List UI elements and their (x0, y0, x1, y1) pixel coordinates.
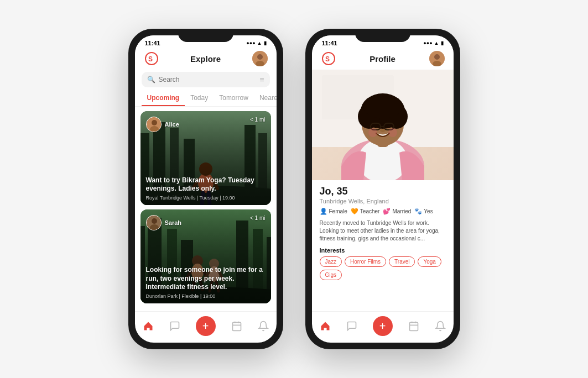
badge-teacher-label: Teacher (360, 208, 380, 214)
nav-calendar-explore[interactable] (231, 321, 242, 332)
profile-badges: 👤 Female 🧡 Teacher 💕 Married 🐾 Yes (320, 208, 446, 215)
interests-list: Jazz Horror Films Travel Yoga Gigs (320, 256, 446, 280)
tab-today[interactable]: Today (185, 91, 214, 106)
badge-married-label: Married (392, 208, 411, 214)
card1-avatar (146, 117, 162, 132)
battery-icon-p: ▮ (441, 40, 444, 46)
svg-point-69 (374, 125, 377, 128)
user-avatar-profile[interactable] (429, 51, 445, 66)
status-icons-explore: ●●● ▲ ▮ (246, 40, 266, 46)
badge-teacher: 🧡 Teacher (351, 208, 380, 215)
svg-point-44 (152, 218, 157, 224)
profile-location: Tunbridge Wells, England (320, 198, 446, 204)
events-list: Alice < 1 mi Want to try Bikram Yoga? Tu… (135, 107, 277, 311)
card2-distance: < 1 mi (250, 215, 266, 221)
teacher-icon: 🧡 (351, 208, 358, 215)
wifi-icon: ▲ (257, 40, 262, 46)
svg-text:S: S (325, 55, 330, 63)
card1-meta: Royal Tunbridge Wells | Tuesday | 19:00 (146, 195, 266, 201)
interest-yoga[interactable]: Yoga (418, 256, 441, 267)
svg-rect-46 (232, 322, 241, 330)
tab-upcoming[interactable]: Upcoming (142, 91, 185, 106)
header-title-profile: Profile (370, 54, 396, 64)
badge-pets: 🐾 Yes (414, 208, 433, 215)
svg-point-71 (380, 129, 386, 132)
profile-info: Jo, 35 Tunbridge Wells, England 👤 Female… (312, 180, 454, 311)
nav-home-explore[interactable] (143, 321, 154, 332)
nav-home-profile[interactable] (320, 321, 331, 332)
interest-jazz[interactable]: Jazz (320, 256, 342, 267)
nav-calendar-profile[interactable] (408, 321, 419, 332)
card1-text: Want to try Bikram Yoga? Tuesday evening… (146, 176, 266, 201)
card2-user: Sarah (146, 215, 182, 230)
card2-username: Sarah (165, 219, 182, 226)
app-logo-explore: S (144, 51, 159, 66)
event-card-2[interactable]: Sarah < 1 mi Looking for someone to join… (141, 209, 271, 303)
notch-profile (355, 29, 410, 42)
phone-explore: 11:41 ●●● ▲ ▮ S Explore (128, 29, 283, 349)
svg-rect-74 (409, 322, 418, 330)
svg-point-72 (368, 128, 377, 137)
svg-point-53 (434, 54, 440, 60)
phone-inner-explore: 11:41 ●●● ▲ ▮ S Explore (135, 35, 277, 343)
scene: 11:41 ●●● ▲ ▮ S Explore (106, 7, 482, 371)
nav-chat-profile[interactable] (346, 321, 357, 332)
search-input[interactable] (159, 76, 257, 83)
pets-icon: 🐾 (414, 208, 422, 215)
profile-name: Jo, 35 (320, 186, 446, 197)
married-icon: 💕 (383, 208, 391, 215)
time-profile: 11:41 (322, 40, 337, 46)
app-header-profile: S Profile (312, 49, 454, 70)
app-header-explore: S Explore (135, 49, 277, 70)
app-logo-profile: S (321, 51, 336, 66)
status-icons-profile: ●●● ▲ ▮ (423, 40, 443, 46)
svg-point-65 (363, 96, 402, 118)
card1-username: Alice (165, 121, 179, 128)
card1-distance: < 1 mi (250, 117, 266, 123)
wifi-icon-p: ▲ (434, 40, 439, 46)
user-avatar-explore[interactable] (252, 51, 268, 66)
bottom-nav-profile: + (312, 311, 454, 343)
card2-text: Looking for someone to join me for a run… (146, 266, 266, 299)
time-explore: 11:41 (145, 40, 160, 46)
badge-female: 👤 Female (320, 208, 347, 215)
badge-married: 💕 Married (383, 208, 411, 215)
badge-female-label: Female (329, 208, 347, 214)
badge-pets-label: Yes (424, 208, 433, 214)
filter-icon[interactable]: ≡ (259, 75, 264, 84)
search-bar[interactable]: 🔍 ≡ (142, 72, 270, 87)
nav-bell-profile[interactable] (435, 321, 446, 332)
notch (178, 29, 233, 42)
interest-travel[interactable]: Travel (389, 256, 415, 267)
card1-user: Alice (146, 117, 179, 132)
tabs-explore: Upcoming Today Tomorrow Nearest (135, 91, 277, 107)
nav-bell-explore[interactable] (258, 321, 269, 332)
card1-title: Want to try Bikram Yoga? Tuesday evening… (146, 176, 266, 193)
card2-title: Looking for someone to join me for a run… (146, 266, 266, 292)
header-title-explore: Explore (190, 54, 221, 64)
svg-point-20 (152, 120, 157, 125)
svg-point-3 (257, 54, 263, 60)
phone-profile: 11:41 ●●● ▲ ▮ S Profile (305, 29, 460, 349)
interest-horror[interactable]: Horror Films (345, 256, 386, 267)
bottom-nav-explore: + (135, 311, 277, 343)
signal-icon: ●●● (246, 40, 255, 46)
female-icon: 👤 (320, 208, 327, 215)
tab-tomorrow[interactable]: Tomorrow (214, 91, 254, 106)
event-card-1[interactable]: Alice < 1 mi Want to try Bikram Yoga? Tu… (141, 111, 271, 205)
interests-label: Interests (320, 247, 446, 254)
svg-point-73 (388, 128, 397, 137)
svg-point-70 (387, 125, 391, 128)
card2-meta: Dunorlan Park | Flexible | 19:00 (146, 293, 266, 299)
search-icon: 🔍 (147, 76, 155, 83)
nav-add-explore[interactable]: + (196, 316, 216, 336)
card2-avatar (146, 215, 162, 230)
svg-text:S: S (148, 55, 153, 63)
nav-chat-explore[interactable] (169, 321, 180, 332)
nav-add-profile[interactable]: + (373, 316, 393, 336)
signal-icon-p: ●●● (423, 40, 432, 46)
interest-gigs[interactable]: Gigs (320, 270, 342, 280)
profile-bio: Recently moved to Tunbridge Wells for wo… (320, 219, 446, 243)
phone-inner-profile: 11:41 ●●● ▲ ▮ S Profile (312, 35, 454, 343)
tab-nearest[interactable]: Nearest (254, 91, 277, 106)
